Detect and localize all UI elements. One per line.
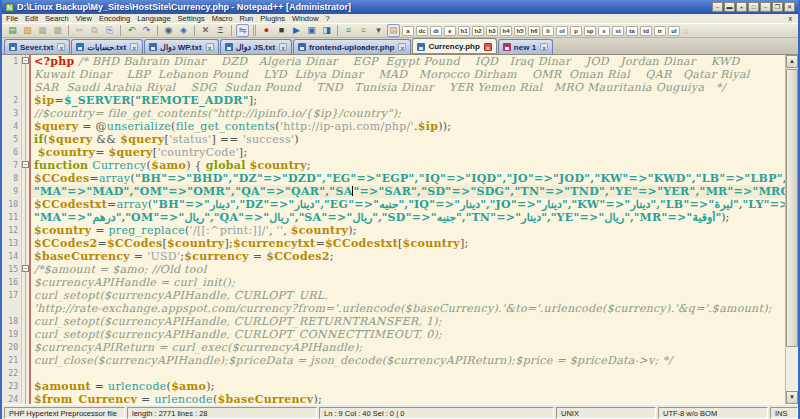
tag-button-h3[interactable]: h3: [486, 26, 498, 36]
remote-toolbar-button[interactable]: ▬: [724, 2, 735, 12]
tag-button-h6[interactable]: h6: [528, 26, 540, 36]
code-text[interactable]: Kuwait Dinar LBP Lebanon Pound LYD Libya…: [31, 68, 785, 81]
paste-button[interactable]: ⎘: [103, 24, 116, 37]
tag-button-dc[interactable]: dc: [416, 26, 428, 36]
tag-button-e[interactable]: e: [444, 26, 456, 36]
code-text[interactable]: $baseCurrency = 'USD';$currency = $CCode…: [31, 250, 785, 263]
macro-play-button[interactable]: ▶: [290, 24, 303, 37]
code-line[interactable]: Kuwait Dinar LBP Lebanon Pound LYD Libya…: [2, 68, 785, 81]
code-line[interactable]: 24$from_Currency = urlencode($baseCurren…: [2, 393, 785, 404]
code-text[interactable]: 'http://rate-exchange.appspot.com/curren…: [31, 302, 785, 315]
code-line[interactable]: 19curl_setopt($currencyAPIHandle, CURLOP…: [2, 328, 785, 341]
fold-collapse-icon[interactable]: –: [22, 161, 29, 168]
tag-button-s[interactable]: s: [598, 26, 610, 36]
find-button[interactable]: ◉: [162, 24, 175, 37]
menubar-close-icon[interactable]: x: [789, 15, 793, 22]
code-line[interactable]: 5if($query && $query['status'] == 'succe…: [2, 133, 785, 146]
code-text[interactable]: $query = @unserialize(file_get_contents(…: [31, 120, 785, 133]
code-text[interactable]: /*$amount = $amo; //Old tool: [31, 263, 785, 276]
tag-button-sp[interactable]: sp: [584, 26, 596, 36]
tab-close-icon[interactable]: x: [130, 43, 138, 51]
menu-item-help[interactable]: ?: [326, 14, 330, 23]
minimize-button[interactable]: –: [760, 2, 771, 12]
folder-as-workspace-button[interactable]: ▤: [387, 24, 400, 37]
tab-close-icon[interactable]: x: [57, 43, 65, 51]
undo-button[interactable]: ↶: [125, 24, 138, 37]
zoom-out-button[interactable]: Ξ: [214, 24, 227, 37]
code-line[interactable]: 23$amount = urlencode($amo);: [2, 380, 785, 393]
code-rows[interactable]: 1–<?php /* BHD Bahrain Dinar DZD Algeria…: [2, 55, 785, 404]
code-text[interactable]: $currencyAPIHandle = curl_init();: [31, 276, 785, 289]
code-line[interactable]: 'http://rate-exchange.appspot.com/curren…: [2, 302, 785, 315]
tag-button-h4[interactable]: h4: [500, 26, 512, 36]
word-wrap-button[interactable]: ⇋: [236, 24, 249, 37]
tag-button-p[interactable]: p: [570, 26, 582, 36]
code-text[interactable]: $country = preg_replace('/[[:^print:]]/'…: [31, 224, 785, 237]
code-text[interactable]: "MA"=>"درهم","OM"=>"ريال","QA"=>"ريال","…: [31, 211, 785, 224]
code-text[interactable]: $country= $query['countryCode'];: [31, 146, 785, 159]
menu-item-edit[interactable]: Edit: [25, 14, 38, 23]
menu-item-plugins[interactable]: Plugins: [260, 14, 285, 23]
tag-button-ol[interactable]: ol: [556, 26, 568, 36]
remote-minimize-button[interactable]: –: [712, 2, 723, 12]
tag-button-ul[interactable]: ul: [668, 26, 680, 36]
code-line[interactable]: 14$baseCurrency = 'USD';$currency = $CCo…: [2, 250, 785, 263]
tab-close-icon[interactable]: x: [540, 43, 548, 51]
code-text[interactable]: curl_setopt($currencyAPIHandle, CURLOPT_…: [31, 289, 785, 302]
code-line[interactable]: 8$CCodes=array("BH"=>"BHD","DZ"=>"DZD","…: [2, 172, 785, 185]
code-text[interactable]: SAR Saudi Arabia Riyal SDG Sudan Pound T…: [31, 81, 785, 94]
macro-save-button[interactable]: ◨: [320, 24, 333, 37]
doc-list-button[interactable]: ≡: [342, 24, 355, 37]
code-line[interactable]: 10$CCodestxt=array("BH"=>"دينار","DZ"=>"…: [2, 198, 785, 211]
toolbar-dropdown-arrow[interactable]: ▾: [372, 24, 385, 37]
menu-item-macro[interactable]: Macro: [212, 14, 233, 23]
scroll-down-arrow-icon[interactable]: ▼: [786, 391, 798, 404]
code-line[interactable]: 11"MA"=>"درهم","OM"=>"ريال","QA"=>"ريال"…: [2, 211, 785, 224]
tag-button-h2[interactable]: h2: [472, 26, 484, 36]
code-text[interactable]: $amount = urlencode($amo);: [31, 380, 785, 393]
tag-button-ta[interactable]: ta: [626, 26, 638, 36]
scrollbar-thumb[interactable]: [786, 69, 798, 347]
code-line[interactable]: 4$query = @unserialize(file_get_contents…: [2, 120, 785, 133]
code-text[interactable]: $CCodestxt=array("BH"=>"دينار","DZ"=>"دي…: [31, 198, 785, 211]
tag-button-h5[interactable]: h5: [514, 26, 526, 36]
vertical-scrollbar[interactable]: ▲ ▼: [785, 55, 798, 404]
tab-close-icon[interactable]: x: [484, 43, 492, 51]
code-line[interactable]: 6 $country= $query['countryCode'];: [2, 146, 785, 159]
menu-item-run[interactable]: Run: [240, 14, 254, 23]
tag-button-tr[interactable]: tr: [654, 26, 666, 36]
code-text[interactable]: $from_Currency = urlencode($baseCurrency…: [31, 393, 785, 404]
new-file-button[interactable]: ▤: [6, 24, 19, 37]
tab-1[interactable]: Sever.txtx: [4, 39, 70, 54]
menu-item-language[interactable]: Language: [137, 14, 170, 23]
code-line[interactable]: 22: [2, 367, 785, 380]
tab-7[interactable]: new 1x: [498, 39, 553, 54]
code-line[interactable]: 7–function Currency($amo) { global $coun…: [2, 159, 785, 172]
tag-button-h1[interactable]: h1: [458, 26, 470, 36]
tag-button-di[interactable]: di: [430, 26, 442, 36]
code-line[interactable]: 17curl_setopt($currencyAPIHandle, CURLOP…: [2, 289, 785, 302]
tag-button-td[interactable]: td: [640, 26, 652, 36]
menu-item-window[interactable]: Window: [292, 14, 319, 23]
code-line[interactable]: 18curl_setopt($currencyAPIHandle, CURLOP…: [2, 315, 785, 328]
menu-item-encoding[interactable]: Encoding: [99, 14, 130, 23]
tab-2[interactable]: حسابات.txtx: [71, 39, 143, 54]
fold-toggle[interactable]: –: [22, 55, 31, 68]
replace-button[interactable]: ◈: [177, 24, 190, 37]
tab-close-icon[interactable]: x: [206, 43, 214, 51]
tab-5[interactable]: frontend-uploader.phpx: [293, 39, 411, 54]
code-text[interactable]: function Currency($amo) { global $countr…: [31, 159, 785, 172]
fold-toggle[interactable]: –: [22, 263, 31, 276]
code-text[interactable]: curl_setopt($currencyAPIHandle, CURLOPT_…: [31, 315, 785, 328]
tag-button-st[interactable]: st: [612, 26, 624, 36]
code-text[interactable]: [31, 367, 785, 380]
fold-collapse-icon[interactable]: –: [22, 57, 29, 64]
code-text[interactable]: <?php /* BHD Bahrain Dinar DZD Algeria D…: [31, 55, 785, 68]
code-line[interactable]: 20$currencyAPIReturn = curl_exec($curren…: [2, 341, 785, 354]
code-line[interactable]: 9"MA"=>"MAD","OM"=>"OMR","QA"=>"QAR","SA…: [2, 185, 785, 198]
remote-fullscreen-button[interactable]: □: [748, 2, 759, 12]
menu-item-view[interactable]: View: [76, 14, 92, 23]
macro-record-button[interactable]: ●: [260, 24, 273, 37]
fold-toggle[interactable]: –: [22, 159, 31, 172]
tag-search-icon[interactable]: ◌: [683, 26, 688, 36]
